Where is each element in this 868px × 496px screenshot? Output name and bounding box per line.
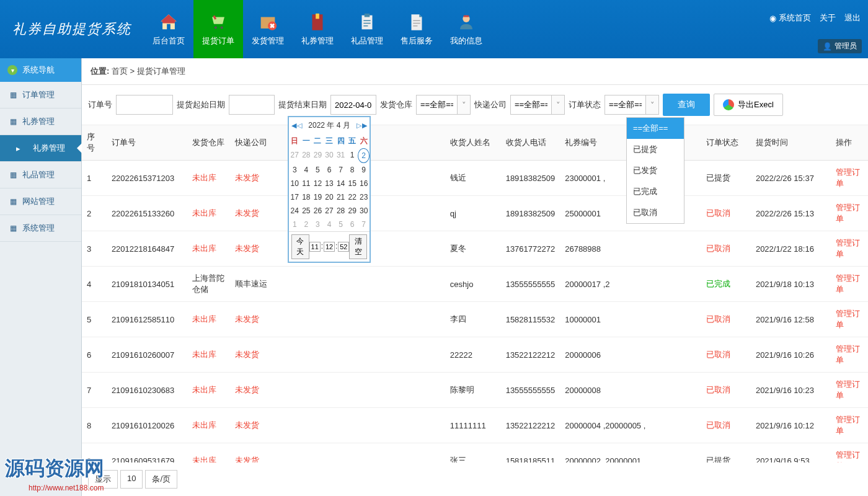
calendar-day[interactable]: 5 (312, 163, 324, 177)
calendar-day[interactable]: 21 (335, 190, 347, 204)
calendar-day[interactable]: 20 (324, 190, 335, 204)
calendar-day[interactable]: 10 (289, 177, 301, 190)
calendar-day[interactable]: 7 (358, 218, 370, 231)
nav-home[interactable]: 后台首页 (144, 0, 193, 58)
manage-order-link[interactable]: 管理订单 (836, 344, 860, 365)
breadcrumb-home[interactable]: 首页 (112, 66, 128, 76)
nav-profile[interactable]: 我的信息 (441, 0, 491, 58)
calendar-day[interactable]: 15 (347, 177, 358, 190)
link-logout[interactable]: 退出 (844, 12, 861, 24)
second-input[interactable] (338, 242, 349, 252)
sidebar-head[interactable]: ▾ 系统导航 (0, 58, 81, 82)
calendar-day[interactable]: 27 (289, 148, 301, 163)
manage-order-link[interactable]: 管理订单 (836, 273, 860, 294)
calendar-day[interactable]: 28 (335, 204, 347, 218)
calendar-day[interactable]: 29 (312, 148, 324, 163)
calendar-day[interactable]: 7 (335, 163, 347, 177)
start-date-input[interactable] (229, 95, 275, 115)
order-input[interactable] (116, 95, 173, 115)
link-about[interactable]: 关于 (820, 12, 836, 24)
sidebar-item-site[interactable]: ▦网站管理 (0, 188, 81, 215)
calendar-day[interactable]: 29 (347, 204, 358, 218)
date-picker-popup[interactable]: ◀◁ 2022 年 4 月 ▷▶ 日一二三四五六2728293031123456… (288, 116, 371, 263)
chevron-down-icon[interactable]: ˅ (457, 95, 471, 115)
calendar-day[interactable]: 3 (289, 163, 301, 177)
nav-service[interactable]: 售后服务 (392, 0, 441, 58)
status-dropdown-popup[interactable]: ==全部==已提货已发货已完成已取消 (626, 117, 684, 224)
calendar-day[interactable]: 5 (335, 218, 347, 231)
calendar-day[interactable]: 2 (358, 148, 370, 163)
calendar-day[interactable]: 25 (301, 204, 312, 218)
end-date-input[interactable] (330, 95, 376, 115)
calendar-day[interactable]: 16 (358, 177, 370, 190)
page-per[interactable]: 条/页 (145, 470, 177, 489)
hour-input[interactable] (309, 242, 321, 252)
calendar-day[interactable]: 17 (289, 190, 301, 204)
calendar-day[interactable]: 4 (324, 218, 335, 231)
nav-coupon[interactable]: 礼券管理 (293, 0, 342, 58)
express-value[interactable] (510, 95, 551, 115)
page-show[interactable]: 显示 (88, 470, 118, 489)
sidebar-item-coupons-sub[interactable]: ▸ 礼券管理 (0, 135, 81, 162)
express-select[interactable]: ˅ (510, 95, 565, 115)
nav-shipping[interactable]: 发货管理 (243, 0, 293, 58)
calendar-day[interactable]: 12 (312, 177, 324, 190)
calendar-day[interactable]: 31 (335, 148, 347, 163)
calendar-day[interactable]: 1 (289, 218, 301, 231)
manage-order-link[interactable]: 管理订单 (836, 309, 860, 329)
calendar-day[interactable]: 11 (301, 177, 312, 190)
calendar-day[interactable]: 30 (324, 148, 335, 163)
dropdown-option[interactable]: 已完成 (627, 181, 684, 202)
calendar-day[interactable]: 23 (358, 190, 370, 204)
calendar-day[interactable]: 14 (335, 177, 347, 190)
manage-order-link[interactable]: 管理订单 (836, 203, 860, 223)
calendar-day[interactable]: 26 (312, 204, 324, 218)
calendar-day[interactable]: 3 (312, 218, 324, 231)
status-select[interactable]: ˅ (604, 95, 659, 115)
chevron-down-icon[interactable]: ˅ (551, 95, 565, 115)
warehouse-select[interactable]: ˅ (416, 95, 471, 115)
query-button[interactable]: 查询 (663, 94, 710, 116)
manage-order-link[interactable]: 管理订单 (836, 167, 860, 188)
minute-input[interactable] (324, 242, 335, 252)
sidebar-item-gifts[interactable]: ▦礼品管理 (0, 162, 81, 188)
dropdown-option[interactable]: 已发货 (627, 160, 684, 181)
calendar-day[interactable]: 22 (347, 190, 358, 204)
calendar-day[interactable]: 27 (324, 204, 335, 218)
prev-month-icon[interactable]: ◁ (297, 122, 302, 130)
calendar-day[interactable]: 30 (358, 204, 370, 218)
calendar-day[interactable]: 8 (347, 163, 358, 177)
calendar-day[interactable]: 13 (324, 177, 335, 190)
calendar-day[interactable]: 9 (358, 163, 370, 177)
prev-year-icon[interactable]: ◀ (291, 122, 296, 130)
sidebar-item-coupons[interactable]: ▦礼券管理 (0, 108, 81, 135)
calendar-day[interactable]: 1 (347, 148, 358, 163)
manage-order-link[interactable]: 管理订单 (836, 379, 860, 400)
warehouse-value[interactable] (416, 95, 457, 115)
dropdown-option[interactable]: ==全部== (627, 118, 684, 139)
admin-badge[interactable]: 👤 管理员 (818, 39, 862, 53)
calendar-day[interactable]: 4 (301, 163, 312, 177)
dropdown-option[interactable]: 已取消 (627, 202, 684, 223)
manage-order-link[interactable]: 管理订单 (836, 450, 860, 463)
today-button[interactable]: 今天 (291, 234, 309, 259)
sidebar-item-orders[interactable]: ▦订单管理 (0, 82, 81, 108)
calendar-day[interactable]: 19 (312, 190, 324, 204)
clear-button[interactable]: 清空 (349, 234, 367, 259)
manage-order-link[interactable]: 管理订单 (836, 415, 860, 435)
page-size[interactable]: 10 (120, 470, 143, 489)
calendar-day[interactable]: 2 (301, 218, 312, 231)
calendar-day[interactable]: 18 (301, 190, 312, 204)
next-year-icon[interactable]: ▶ (362, 122, 367, 130)
next-month-icon[interactable]: ▷ (356, 122, 361, 130)
calendar-day[interactable]: 6 (324, 163, 335, 177)
calendar-day[interactable]: 24 (289, 204, 301, 218)
chevron-down-icon[interactable]: ˅ (645, 95, 659, 115)
export-button[interactable]: 导出Execl (714, 94, 783, 116)
status-value[interactable] (604, 95, 645, 115)
nav-gift[interactable]: 礼品管理 (342, 0, 392, 58)
calendar-day[interactable]: 28 (301, 148, 312, 163)
manage-order-link[interactable]: 管理订单 (836, 238, 860, 259)
calendar-title[interactable]: 2022 年 4 月 (308, 120, 350, 131)
dropdown-option[interactable]: 已提货 (627, 139, 684, 160)
